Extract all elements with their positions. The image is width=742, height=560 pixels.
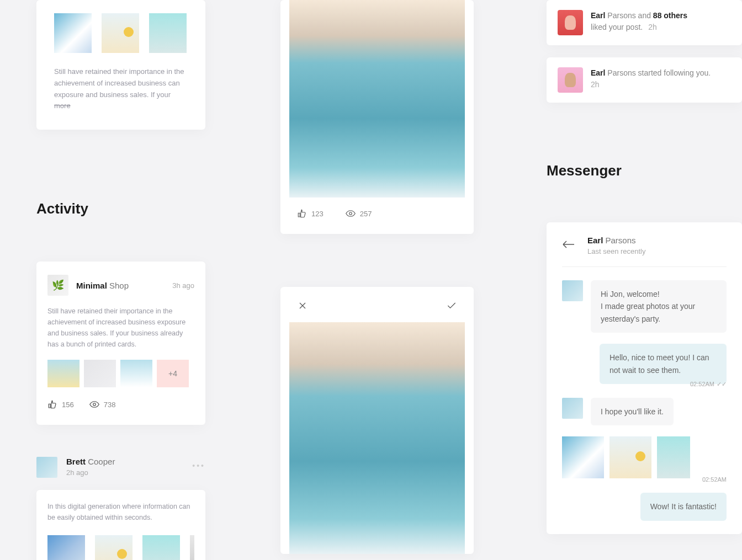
swipe-card <box>280 287 474 554</box>
message-incoming: I hope you'll like it. <box>562 398 727 425</box>
arrow-left-icon <box>562 241 575 248</box>
avatar[interactable] <box>562 280 583 301</box>
thumb-image[interactable] <box>562 436 604 478</box>
thumb-image[interactable] <box>47 360 80 387</box>
notification[interactable]: Earl Parsons and 88 others liked your po… <box>547 0 742 45</box>
post-time: 3h ago <box>172 281 194 290</box>
like-stat[interactable]: 123 <box>297 209 324 218</box>
post-time: 2h ago <box>66 468 183 477</box>
message-bubble: Hello, nice to meet you! I can not wait … <box>600 344 727 384</box>
svg-point-0 <box>93 403 96 406</box>
message-outgoing: Wow! It is fantastic! <box>562 493 727 520</box>
back-button[interactable] <box>562 241 575 250</box>
thumb-image[interactable] <box>149 13 187 53</box>
notification-text: Earl Parsons started following you. 2h <box>591 67 711 93</box>
photo[interactable] <box>289 0 465 198</box>
message-bubble: I hope you'll like it. <box>591 398 674 425</box>
svg-point-1 <box>349 212 352 215</box>
thumb-image[interactable] <box>610 436 651 478</box>
messenger-heading: Messenger <box>547 162 742 179</box>
thumb-image[interactable] <box>190 535 194 560</box>
more-options-icon[interactable]: ••• <box>192 457 205 470</box>
eye-icon <box>89 399 99 409</box>
notification[interactable]: Earl Parsons started following you. 2h <box>547 57 742 103</box>
thumb-image[interactable] <box>54 13 92 53</box>
avatar[interactable] <box>36 457 57 478</box>
photo[interactable] <box>289 322 465 554</box>
avatar[interactable] <box>558 10 583 35</box>
chat-name[interactable]: Earl Parsons <box>587 236 646 245</box>
messenger-card: Earl Parsons Last seen recently Hi Jon, … <box>547 222 742 534</box>
photo-card: 123 257 <box>280 0 474 234</box>
avatar[interactable] <box>558 67 583 93</box>
card-description: Still have retained their importance in … <box>54 66 188 112</box>
message-photos <box>562 436 727 478</box>
thumb-image[interactable] <box>102 13 139 53</box>
check-icon[interactable] <box>446 300 457 311</box>
thumb-row: +4 <box>47 360 194 387</box>
more-link[interactable]: more <box>54 102 71 110</box>
thumb-row <box>54 13 188 53</box>
message-bubble: Wow! It is fantastic! <box>640 493 727 520</box>
thumb-image[interactable] <box>84 360 116 387</box>
message-bubble: Hi Jon, welcome! I made great photos at … <box>591 280 727 333</box>
thumb-image[interactable] <box>657 436 690 478</box>
avatar[interactable] <box>562 398 583 419</box>
thumbs-up-icon <box>297 209 307 218</box>
thumb-image[interactable] <box>95 535 132 560</box>
activity-post: 🌿 Minimal Shop 3h ago Still have retaine… <box>36 262 205 425</box>
avatar[interactable]: 🌿 <box>47 275 68 296</box>
thumb-image[interactable] <box>120 360 152 387</box>
eye-icon <box>346 209 356 218</box>
activity-post: Brett Cooper 2h ago ••• In this digital … <box>36 457 205 560</box>
message-incoming: Hi Jon, welcome! I made great photos at … <box>562 280 727 333</box>
author-name[interactable]: Minimal Shop <box>76 281 165 290</box>
read-receipt-icon: ✓✓ <box>717 381 727 387</box>
notification-text: Earl Parsons and 88 others liked your po… <box>591 10 687 35</box>
activity-heading: Activity <box>36 200 205 217</box>
like-stat[interactable]: 156 <box>47 399 74 409</box>
top-card: Still have retained their importance in … <box>36 0 205 130</box>
thumb-image[interactable] <box>142 535 180 560</box>
post-description: In this digital generation where informa… <box>47 501 194 523</box>
thumb-image[interactable] <box>47 535 85 560</box>
thumbs-up-icon <box>47 399 57 409</box>
author-name[interactable]: Brett Cooper <box>66 457 183 466</box>
more-thumbs[interactable]: +4 <box>157 360 189 387</box>
view-stat[interactable]: 738 <box>89 399 116 409</box>
view-stat[interactable]: 257 <box>346 209 372 218</box>
chat-status: Last seen recently <box>587 247 646 255</box>
post-description: Still have retained their importance in … <box>47 306 194 350</box>
message-outgoing: Hello, nice to meet you! I can not wait … <box>562 344 727 384</box>
close-icon[interactable] <box>297 300 308 311</box>
